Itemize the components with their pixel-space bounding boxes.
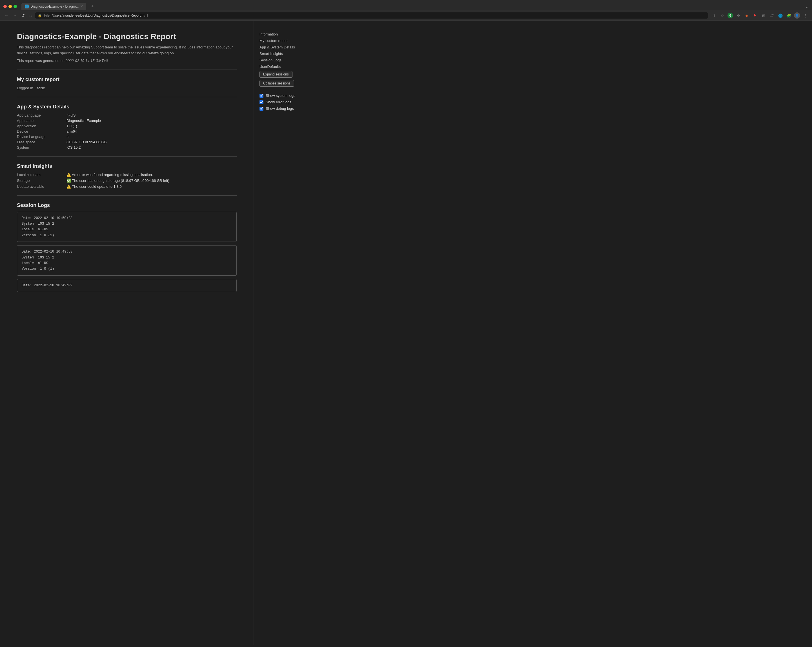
back-btn[interactable]: ← bbox=[3, 13, 9, 18]
window-controls-icon[interactable]: ⌄ bbox=[805, 4, 809, 9]
browser-actions: ⬆ ☆ G ✛ ◆ ⚑ ⊞ /// 🌐 🧩 👤 ⋮ bbox=[711, 12, 809, 19]
app-system-value: arm64 bbox=[67, 129, 237, 134]
page-container: Diagnostics-Example - Diagnostics Report… bbox=[0, 21, 812, 645]
debug-logs-label: Show debug logs bbox=[266, 107, 294, 111]
app-system-key: App version bbox=[17, 124, 62, 128]
app-system-section: App & System Details App Languagenl-USAp… bbox=[17, 104, 237, 149]
divider-1 bbox=[17, 70, 237, 70]
debug-logs-checkbox[interactable] bbox=[259, 107, 263, 111]
insight-value: ⚠️ The user could update to 1.3.0 bbox=[67, 184, 237, 189]
system-logs-label: Show system logs bbox=[266, 93, 295, 98]
address-bar: ← → ↺ ⌂ 🔒 File /Users/avanderlee/Desktop… bbox=[0, 11, 812, 21]
log-box: Date: 2022-02-10 10:50:28System: iOS 15.… bbox=[17, 212, 237, 242]
session-logs-section: Session Logs Date: 2022-02-10 10:50:28Sy… bbox=[17, 202, 237, 292]
tab-title: Diagnostics-Example - Diagno... bbox=[31, 5, 79, 8]
log-line: Locale: nl-US bbox=[22, 227, 232, 232]
tab-favicon: 🌐 bbox=[25, 5, 29, 8]
ext-8-btn[interactable]: 🧩 bbox=[786, 12, 792, 19]
url-bar[interactable]: 🔒 File /Users/avanderlee/Desktop/Diagnos… bbox=[35, 12, 708, 18]
divider-4 bbox=[17, 195, 237, 196]
custom-report-title: My custom report bbox=[17, 76, 237, 82]
logged-in-row: Logged In false bbox=[17, 86, 237, 90]
session-logs-title: Session Logs bbox=[17, 202, 237, 209]
browser-chrome: 🌐 Diagnostics-Example - Diagno... ✕ + ⌄ … bbox=[0, 0, 812, 21]
insight-row: Storage✅ The user has enough storage (81… bbox=[17, 178, 237, 183]
smart-insights-list: Localized data⚠️ An error was found rega… bbox=[17, 173, 237, 189]
system-logs-checkbox[interactable] bbox=[259, 94, 263, 98]
smart-insights-section: Smart Insights Localized data⚠️ An error… bbox=[17, 163, 237, 189]
insight-row: Localized data⚠️ An error was found rega… bbox=[17, 173, 237, 177]
insight-row: Update available⚠️ The user could update… bbox=[17, 184, 237, 189]
menu-btn[interactable]: ⋮ bbox=[802, 12, 809, 19]
app-system-key: System bbox=[17, 145, 62, 149]
insight-value: ✅ The user has enough storage (818.97 GB… bbox=[67, 178, 237, 183]
ext-7-btn[interactable]: 🌐 bbox=[777, 12, 784, 19]
log-line: Version: 1.0 (1) bbox=[22, 266, 232, 272]
sidebar-item-custom-report[interactable]: My custom report bbox=[259, 38, 310, 43]
insight-key: Update available bbox=[17, 184, 62, 189]
log-line: Date: 2022-02-10 10:49:58 bbox=[22, 249, 232, 254]
refresh-btn[interactable]: ↺ bbox=[20, 13, 26, 18]
page-description: This diagnostics report can help our Ama… bbox=[17, 44, 237, 56]
tab-close-btn[interactable]: ✕ bbox=[80, 5, 83, 8]
log-line: System: iOS 15.2 bbox=[22, 221, 232, 227]
log-line: Locale: nl-US bbox=[22, 260, 232, 266]
minimize-window-btn[interactable] bbox=[8, 5, 12, 8]
checkbox-row-system-logs: Show system logs bbox=[259, 93, 310, 98]
app-system-key: App name bbox=[17, 119, 62, 123]
home-btn[interactable]: ⌂ bbox=[28, 13, 33, 18]
log-line: Version: 1.0 (1) bbox=[22, 233, 232, 238]
sidebar-item-user-defaults[interactable]: UserDefaults bbox=[259, 64, 310, 69]
error-logs-label: Show error logs bbox=[266, 100, 292, 104]
sidebar-item-smart-insights[interactable]: Smart Insights bbox=[259, 52, 310, 56]
app-system-value: Diagnostics-Example bbox=[67, 119, 237, 123]
main-content: Diagnostics-Example - Diagnostics Report… bbox=[0, 21, 253, 645]
app-system-grid: App Languagenl-USApp nameDiagnostics-Exa… bbox=[17, 113, 237, 149]
session-logs-list: Date: 2022-02-10 10:50:28System: iOS 15.… bbox=[17, 212, 237, 292]
custom-report-section: My custom report Logged In false bbox=[17, 76, 237, 90]
ext-1-btn[interactable]: G bbox=[728, 13, 733, 18]
bookmark-btn[interactable]: ☆ bbox=[719, 12, 726, 19]
checkbox-row-error-logs: Show error logs bbox=[259, 100, 310, 104]
new-tab-btn[interactable]: + bbox=[89, 2, 96, 11]
error-logs-checkbox[interactable] bbox=[259, 100, 263, 104]
ext-4-btn[interactable]: ⚑ bbox=[752, 12, 759, 19]
sidebar: InformationMy custom reportApp & System … bbox=[253, 21, 316, 645]
url-security-icon: 🔒 bbox=[38, 14, 42, 17]
app-system-value: nl-US bbox=[67, 113, 237, 117]
forward-btn[interactable]: → bbox=[12, 13, 18, 18]
fullscreen-window-btn[interactable] bbox=[14, 5, 17, 8]
share-btn[interactable]: ⬆ bbox=[711, 12, 717, 19]
app-system-value: nl bbox=[67, 135, 237, 139]
log-line: Date: 2022-02-10 10:50:28 bbox=[22, 215, 232, 221]
logged-in-label: Logged In bbox=[17, 86, 33, 90]
traffic-lights bbox=[3, 5, 17, 8]
tab-bar: 🌐 Diagnostics-Example - Diagno... ✕ + ⌄ bbox=[0, 0, 812, 11]
expand-sessions-btn[interactable]: Expand sessions bbox=[259, 71, 293, 78]
collapse-sessions-btn[interactable]: Collapse sessions bbox=[259, 80, 294, 87]
app-system-value: iOS 15.2 bbox=[67, 145, 237, 149]
ext-6-btn[interactable]: /// bbox=[769, 12, 775, 19]
close-window-btn[interactable] bbox=[3, 5, 7, 8]
divider-3 bbox=[17, 156, 237, 157]
log-box: Date: 2022-02-10 10:49:58System: iOS 15.… bbox=[17, 245, 237, 276]
generated-date: This report was generated on 2022-02-10 … bbox=[17, 59, 237, 63]
sidebar-item-app-system[interactable]: App & System Details bbox=[259, 45, 310, 49]
url-path: /Users/avanderlee/Desktop/Diagnostics/Di… bbox=[52, 14, 148, 17]
ext-5-btn[interactable]: ⊞ bbox=[760, 12, 767, 19]
sidebar-item-session-logs[interactable]: Session Logs bbox=[259, 58, 310, 62]
smart-insights-title: Smart Insights bbox=[17, 163, 237, 169]
app-system-key: Free space bbox=[17, 140, 62, 144]
app-system-title: App & System Details bbox=[17, 104, 237, 110]
sidebar-item-information[interactable]: Information bbox=[259, 32, 310, 36]
active-tab[interactable]: 🌐 Diagnostics-Example - Diagno... ✕ bbox=[21, 3, 86, 10]
sidebar-buttons: Expand sessions Collapse sessions bbox=[259, 71, 310, 89]
logged-in-value: false bbox=[37, 86, 45, 90]
ext-3-btn[interactable]: ◆ bbox=[743, 12, 750, 19]
divider-2 bbox=[17, 97, 237, 97]
checkbox-row-debug-logs: Show debug logs bbox=[259, 107, 310, 111]
app-system-key: Device Language bbox=[17, 135, 62, 139]
profile-btn[interactable]: 👤 bbox=[794, 12, 800, 18]
app-system-value: 818.97 GB of 994.66 GB bbox=[67, 140, 237, 144]
ext-2-btn[interactable]: ✛ bbox=[735, 12, 742, 19]
